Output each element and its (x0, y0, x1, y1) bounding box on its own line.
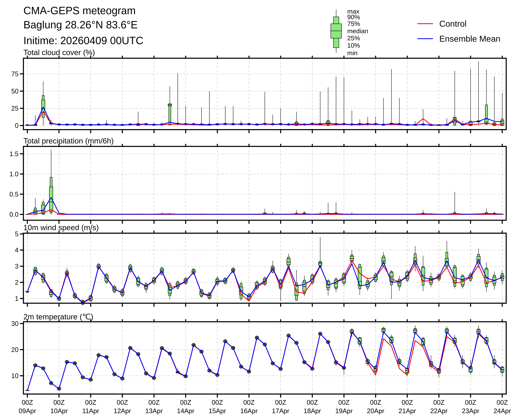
svg-text:Initime: 20260409 00UTC: Initime: 20260409 00UTC (23, 35, 143, 46)
svg-text:24Apr: 24Apr (494, 407, 511, 414)
svg-text:00Z: 00Z (85, 399, 96, 406)
svg-text:00Z: 00Z (465, 399, 476, 406)
svg-text:22Apr: 22Apr (430, 407, 448, 414)
svg-text:14Apr: 14Apr (177, 407, 194, 414)
svg-text:3: 3 (15, 262, 19, 270)
svg-text:00Z: 00Z (338, 399, 349, 406)
svg-text:10m wind speed (m/s): 10m wind speed (m/s) (23, 223, 99, 232)
svg-text:min: min (347, 49, 357, 57)
svg-text:23Apr: 23Apr (462, 407, 479, 414)
svg-text:00Z: 00Z (402, 399, 413, 406)
svg-text:10Apr: 10Apr (50, 407, 68, 414)
svg-text:0.5: 0.5 (9, 191, 19, 198)
svg-text:2: 2 (15, 279, 19, 286)
svg-text:13Apr: 13Apr (145, 407, 163, 414)
svg-text:90%: 90% (347, 13, 360, 21)
svg-text:1: 1 (15, 295, 19, 302)
svg-text:17Apr: 17Apr (272, 407, 289, 414)
svg-text:1.5: 1.5 (9, 150, 19, 158)
svg-text:1.0: 1.0 (9, 170, 19, 178)
svg-text:2m temperature (℃): 2m temperature (℃) (23, 312, 93, 321)
svg-text:Total precipitation (mm/6h): Total precipitation (mm/6h) (23, 136, 114, 145)
svg-text:16Apr: 16Apr (240, 407, 258, 414)
svg-text:00Z: 00Z (370, 399, 381, 406)
svg-text:Control: Control (439, 19, 467, 29)
svg-text:median: median (347, 27, 368, 35)
svg-text:00Z: 00Z (497, 399, 508, 406)
svg-text:75: 75 (11, 70, 19, 78)
svg-text:0.0: 0.0 (9, 211, 19, 218)
svg-text:5: 5 (15, 230, 19, 238)
svg-text:00Z: 00Z (433, 399, 445, 406)
svg-text:25: 25 (11, 105, 19, 112)
svg-text:00Z: 00Z (307, 399, 318, 406)
svg-text:25%: 25% (347, 34, 360, 42)
svg-text:50: 50 (11, 88, 19, 95)
svg-text:18Apr: 18Apr (304, 407, 321, 414)
svg-text:10%: 10% (347, 42, 360, 49)
svg-text:11Apr: 11Apr (82, 407, 99, 414)
svg-text:00Z: 00Z (275, 399, 286, 406)
svg-text:00Z: 00Z (180, 399, 191, 406)
svg-text:CMA-GEPS meteogram: CMA-GEPS meteogram (23, 5, 136, 16)
svg-text:30: 30 (11, 320, 19, 327)
svg-text:00Z: 00Z (53, 399, 65, 406)
svg-text:10: 10 (11, 372, 19, 379)
svg-text:00Z: 00Z (117, 399, 128, 406)
svg-text:00Z: 00Z (243, 399, 254, 406)
svg-text:75%: 75% (347, 20, 360, 27)
svg-text:21Apr: 21Apr (399, 407, 416, 414)
svg-text:20Apr: 20Apr (367, 407, 384, 414)
svg-text:15Apr: 15Apr (209, 407, 226, 414)
svg-text:Ensemble Mean: Ensemble Mean (439, 34, 500, 44)
svg-text:20: 20 (11, 346, 19, 353)
svg-text:12Apr: 12Apr (114, 407, 131, 414)
svg-text:09Apr: 09Apr (19, 407, 36, 414)
svg-text:0: 0 (15, 122, 19, 129)
svg-text:00Z: 00Z (148, 399, 160, 406)
svg-text:00Z: 00Z (212, 399, 223, 406)
svg-text:Baglung 28.26°N 83.6°E: Baglung 28.26°N 83.6°E (23, 19, 138, 30)
svg-text:00Z: 00Z (22, 399, 33, 406)
svg-text:19Apr: 19Apr (335, 407, 353, 414)
svg-text:4: 4 (15, 246, 19, 254)
svg-text:Total cloud cover (%): Total cloud cover (%) (23, 48, 95, 57)
